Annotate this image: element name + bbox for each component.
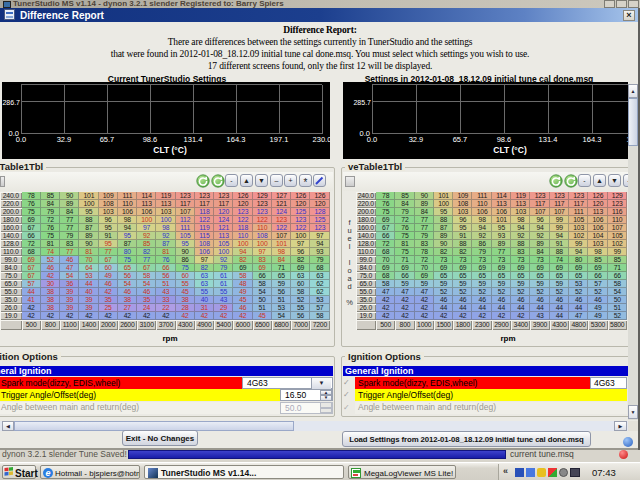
svg-text:65.7: 65.7 (100, 135, 115, 144)
svg-text:CLT (°C): CLT (°C) (153, 145, 187, 155)
svg-text:230.0: 230.0 (313, 135, 330, 144)
svg-text:32.9: 32.9 (409, 135, 424, 144)
svg-text:32.9: 32.9 (57, 135, 72, 144)
svg-text:65.7: 65.7 (453, 135, 468, 144)
svg-text:0.0: 0.0 (367, 135, 377, 144)
svg-text:131.4: 131.4 (539, 135, 558, 144)
svg-text:286.7: 286.7 (2, 99, 20, 106)
svg-text:164.3: 164.3 (227, 135, 246, 144)
svg-text:197.1: 197.1 (270, 135, 289, 144)
svg-text:98.6: 98.6 (497, 135, 512, 144)
svg-text:CLT (°C): CLT (°C) (493, 145, 527, 155)
svg-text:0.0: 0.0 (16, 135, 26, 144)
svg-text:131.4: 131.4 (184, 135, 203, 144)
svg-text:98.6: 98.6 (143, 135, 158, 144)
svg-text:285.7: 285.7 (353, 99, 371, 106)
svg-text:164.3: 164.3 (583, 135, 602, 144)
